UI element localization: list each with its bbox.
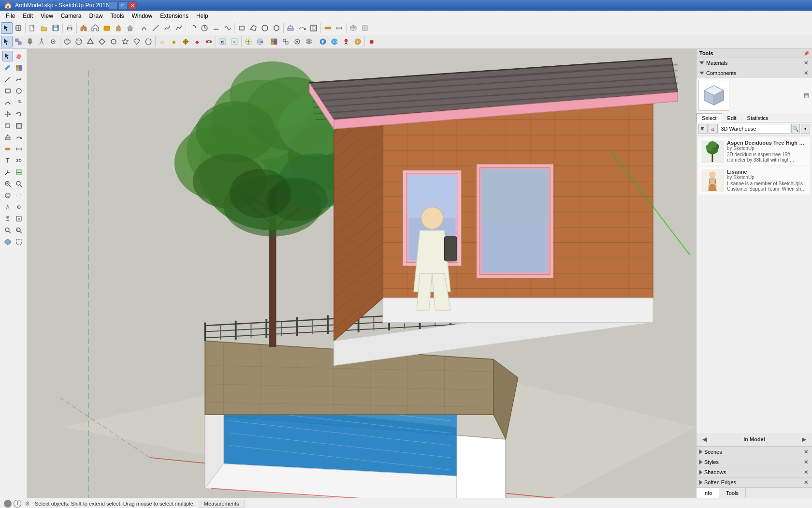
- pushpull-button[interactable]: [285, 22, 296, 34]
- left-tape-button[interactable]: [2, 144, 13, 154]
- comp-shape-2[interactable]: ◆: [168, 36, 180, 47]
- rectangle-tool-button[interactable]: [236, 22, 247, 34]
- panel-pin-icon[interactable]: 📌: [803, 51, 809, 56]
- scenes-close-button[interactable]: ✕: [802, 448, 809, 455]
- left-zoomextents-button[interactable]: [14, 179, 24, 189]
- search-input[interactable]: [719, 124, 790, 134]
- components-button[interactable]: [280, 36, 291, 47]
- menu-camera[interactable]: Camera: [57, 12, 86, 20]
- left-orbit-button[interactable]: [2, 190, 13, 201]
- make-component-button[interactable]: [13, 22, 24, 34]
- scenes-header[interactable]: Scenes ✕: [696, 447, 812, 457]
- 3d-scene[interactable]: [27, 49, 696, 498]
- save-button[interactable]: [50, 22, 61, 34]
- left-walkthrough-button[interactable]: [2, 202, 13, 212]
- menu-view[interactable]: View: [37, 12, 57, 20]
- extension-warehouse-icon-button[interactable]: EX: [329, 36, 340, 47]
- menu-extensions[interactable]: Extensions: [156, 12, 192, 20]
- left-rect-button[interactable]: [2, 86, 13, 96]
- tab-select[interactable]: Select: [696, 113, 722, 122]
- add-location-button[interactable]: [340, 36, 352, 47]
- toolbar-btn-10[interactable]: [113, 22, 124, 34]
- soften-edges-header[interactable]: Soften Edges ✕: [696, 478, 812, 487]
- left-select-button[interactable]: [2, 51, 13, 61]
- menu-tools[interactable]: Tools: [107, 12, 128, 20]
- followme-button[interactable]: [296, 22, 308, 34]
- open-button[interactable]: [38, 22, 50, 34]
- menu-edit[interactable]: Edit: [19, 12, 37, 20]
- styles-header[interactable]: Styles ✕: [696, 457, 812, 467]
- left-pencil-button[interactable]: [2, 74, 13, 85]
- extwarehouse-button[interactable]: [89, 22, 101, 34]
- details-button[interactable]: ▾: [801, 124, 810, 134]
- 3d-shape-5[interactable]: [108, 36, 119, 47]
- comp-expand-button[interactable]: ▤: [802, 91, 810, 99]
- nav-back-icon[interactable]: ◀: [699, 434, 709, 444]
- left-circle-button[interactable]: [14, 86, 24, 96]
- menu-file[interactable]: File: [2, 12, 19, 20]
- select-arrow-button[interactable]: [1, 36, 13, 47]
- interactive-button[interactable]: [243, 36, 254, 47]
- left-lookaround-button[interactable]: [14, 202, 24, 212]
- comp-item-lisanne[interactable]: Lisanne by SketchUp Lisanne is a member …: [698, 166, 810, 194]
- styles-button[interactable]: [291, 36, 303, 47]
- nav-forward-icon[interactable]: ▶: [799, 434, 809, 444]
- look-around-button[interactable]: [47, 36, 59, 47]
- new-button[interactable]: [27, 22, 38, 34]
- comp-shape-4[interactable]: ◆: [191, 36, 203, 47]
- arc2-button[interactable]: [210, 22, 222, 34]
- model-info-button[interactable]: i: [352, 36, 363, 47]
- home-button[interactable]: ⌂: [709, 124, 718, 134]
- arc3-button[interactable]: [222, 22, 233, 34]
- comp-shape-5[interactable]: [203, 36, 215, 47]
- materials-header[interactable]: Materials ✕: [696, 58, 812, 68]
- comp-shape-1[interactable]: ◇: [157, 36, 168, 47]
- toolbar-btn-11[interactable]: [124, 22, 136, 34]
- menu-help[interactable]: Help: [192, 12, 212, 20]
- left-dim-button[interactable]: [14, 144, 24, 154]
- left-offset-button[interactable]: [14, 120, 24, 131]
- materials-close-button[interactable]: ✕: [802, 60, 809, 66]
- search-button[interactable]: 🔍: [791, 124, 800, 134]
- toolbar-btn-9[interactable]: [101, 22, 113, 34]
- left-zoom3-button[interactable]: [14, 225, 24, 236]
- menu-draw[interactable]: Draw: [86, 12, 107, 20]
- 3d-shape-1[interactable]: [61, 36, 73, 47]
- left-components-button2[interactable]: [2, 237, 13, 247]
- 3d-shape-7[interactable]: [131, 36, 143, 47]
- components-header[interactable]: Components ✕: [696, 68, 812, 78]
- pie-button[interactable]: [199, 22, 210, 34]
- left-zoom2-button[interactable]: [2, 225, 13, 236]
- component-attributes-button[interactable]: ⊕: [229, 36, 240, 47]
- make-group-button[interactable]: [13, 36, 24, 47]
- left-rotate-button[interactable]: [14, 109, 24, 120]
- tape-measure-button[interactable]: [322, 22, 334, 34]
- minimize-button[interactable]: _: [109, 1, 117, 9]
- left-3dtext-button[interactable]: 3D: [14, 155, 24, 166]
- tab-info[interactable]: Info: [696, 488, 719, 498]
- 3d-shape-8[interactable]: [143, 36, 154, 47]
- 3d-shape-3[interactable]: [85, 36, 96, 47]
- materials-button[interactable]: [268, 36, 280, 47]
- sandbox-button[interactable]: ■: [366, 36, 377, 47]
- arc-tool-button[interactable]: [138, 22, 150, 34]
- view-top-button[interactable]: [359, 22, 371, 34]
- freehand-button[interactable]: [161, 22, 173, 34]
- left-extra-button[interactable]: A: [14, 213, 24, 224]
- left-pan-button[interactable]: [14, 190, 24, 201]
- left-position-camera-button[interactable]: [2, 213, 13, 224]
- shadows-header[interactable]: Shadows ✕: [696, 467, 812, 477]
- left-section-button[interactable]: [14, 167, 24, 178]
- 3dwarehouse-button[interactable]: [78, 22, 89, 34]
- tab-tools[interactable]: Tools: [719, 488, 746, 498]
- comp-shape-3[interactable]: [180, 36, 191, 47]
- left-scale-button[interactable]: [2, 120, 13, 131]
- polyline-button[interactable]: [173, 22, 185, 34]
- tab-edit[interactable]: Edit: [722, 113, 742, 122]
- circle-button[interactable]: [259, 22, 271, 34]
- left-paint-button[interactable]: [2, 62, 13, 73]
- left-text-button[interactable]: T: [2, 155, 13, 166]
- line-tool-button[interactable]: [150, 22, 161, 34]
- interact-button[interactable]: [24, 36, 36, 47]
- tab-statistics[interactable]: Statistics: [742, 113, 774, 122]
